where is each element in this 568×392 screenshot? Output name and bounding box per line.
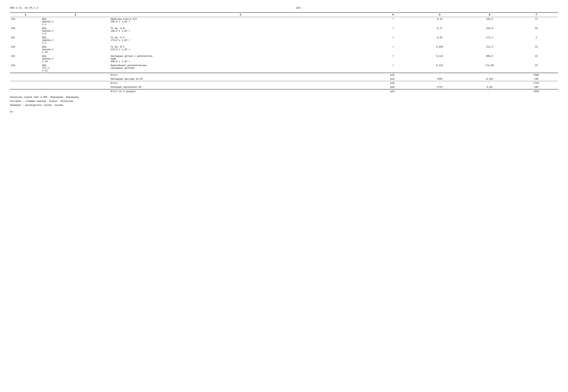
- row-source: ЦСЦ прилож.2 п.4: [41, 26, 110, 36]
- table-row: 241 ЦСЦ прилож.2 п.1 То же, А-I 170,0 x …: [10, 36, 558, 45]
- footer-label3: Проверил : руководитель группы: [10, 104, 52, 107]
- footer-sig1: Ворожцова: [51, 96, 63, 98]
- totals-row-1a: Итого руб. - - 1505: [10, 73, 558, 77]
- row-desc: Арматура класса АIУ 230,0 x 1,02 =: [110, 17, 371, 27]
- grand-total-row: Итого по X разделу руб. - - 1858: [10, 89, 558, 93]
- row-col6: 174,00: [465, 63, 514, 73]
- row-num: 242: [10, 45, 41, 54]
- row-desc: Оцинкование дополнительных закладных дет…: [110, 63, 371, 73]
- footer-label2: Составил : старший инженер: [10, 100, 46, 102]
- row-col7: 73: [514, 17, 558, 27]
- row-unit: т: [371, 26, 415, 36]
- footer-section: Начальник отдела смет и ПОС Ворожцова Во…: [10, 95, 558, 107]
- nk-label: нк: [10, 111, 558, 113]
- row-desc: То же, А-Ш 190,0 x 1,02 =: [110, 26, 371, 36]
- row-col5: 0,01: [415, 36, 465, 45]
- row-source: ЦСЦ прилож.2 п.10: [41, 45, 110, 54]
- row-num: 241: [10, 36, 41, 45]
- doc-number: 903-2-II. Ал.УП,ч.2: [10, 7, 38, 9]
- row-num: 239: [10, 17, 41, 27]
- total-label-2: Итого: [110, 81, 371, 85]
- row-source: ЦСЦ прилож.2 п.1: [41, 36, 110, 45]
- row-col6: 306,0: [465, 54, 514, 63]
- footer-name1: Ворожцова: [66, 96, 79, 98]
- row-num: 244: [10, 63, 41, 73]
- total-label-1b: Накладные расходы 16,5%: [110, 77, 371, 81]
- footer-sig2: Полрнс: [49, 100, 57, 102]
- footer-line2: Составил : старший инженер Полрнс Полянс…: [10, 99, 558, 103]
- grand-total-label: Итого по X разделу: [110, 89, 371, 93]
- total-unit-1b: руб.: [371, 77, 415, 81]
- table-header-row: 1 2 3 4 5 6 7: [10, 13, 558, 17]
- row-col7: 43: [514, 54, 558, 63]
- row-source: ЦСЦ тех.ч. п.22: [41, 63, 110, 73]
- table-row: 243 ЦСЦ прилож.2 п.16 Закладные детали с…: [10, 54, 558, 63]
- row-col7: 2: [514, 36, 558, 45]
- row-desc: Закладные детали с дополнитель- ными 300…: [110, 54, 371, 63]
- row-col7: 33: [514, 26, 558, 36]
- footer-line1: Начальник отдела смет и ПОС Ворожцова Во…: [10, 95, 558, 99]
- col5-header: 5: [415, 13, 465, 17]
- row-num: 243: [10, 54, 41, 63]
- col7-header: 7: [514, 13, 558, 17]
- row-col7: 13: [514, 45, 558, 54]
- row-col6: 173,4: [465, 36, 514, 45]
- row-col5: 0,31: [415, 17, 465, 27]
- row-desc: То же, В-I 210,0 x 1,02 =: [110, 45, 371, 54]
- total-label-1: Итого: [110, 73, 371, 77]
- footer-line3: Проверил : руководитель группы Сычева: [10, 103, 558, 107]
- row-num: 240: [10, 26, 41, 36]
- row-col7: 25: [514, 63, 558, 73]
- row-col5: 0,062: [415, 45, 465, 54]
- totals-row-2a: Итого руб. - - 1753: [10, 81, 558, 85]
- total-unit-2b: руб.: [371, 85, 415, 89]
- table-row: 244 ЦСЦ тех.ч. п.22 Оцинкование дополнит…: [10, 63, 558, 73]
- col3-header: 3: [110, 13, 371, 17]
- row-desc: То же, А-I 170,0 x 1,02 =: [110, 36, 371, 45]
- row-unit: т: [371, 63, 415, 73]
- row-col5: 0,17: [415, 26, 465, 36]
- col4-header: 4: [371, 13, 415, 17]
- total-unit-2: руб.: [371, 81, 415, 85]
- row-unit: т: [371, 45, 415, 54]
- row-col5: 0,141: [415, 63, 465, 73]
- row-col6: 193,8: [465, 26, 514, 36]
- footer-name2: Полянская: [61, 100, 73, 102]
- page-number: - 103 -: [293, 7, 303, 9]
- row-unit: т: [371, 36, 415, 45]
- total-unit-1: руб.: [371, 73, 415, 77]
- row-unit: т: [371, 17, 415, 27]
- col6-header: 6: [465, 13, 514, 17]
- row-unit: т: [371, 54, 415, 63]
- col1-header: 1: [10, 13, 41, 17]
- row-source: ЦСЦ прилож.2 п.4: [41, 17, 110, 27]
- row-col6: 214,2: [465, 45, 514, 54]
- table-row: 239 ЦСЦ прилож.2 п.4 Арматура класса АIУ…: [10, 17, 558, 27]
- row-source: ЦСЦ прилож.2 п.16: [41, 54, 110, 63]
- col2-header: 2: [41, 13, 110, 17]
- row-col5: 0,141: [415, 54, 465, 63]
- totals-row-1b: Накладные расходы 16,5% руб. 1505 0,165 …: [10, 77, 558, 81]
- totals-row-2b: Плановые накопления 6% руб. 1753 0,06 10…: [10, 85, 558, 89]
- total-label-2b: Плановые накопления 6%: [110, 85, 371, 89]
- footer-name3: Сычева: [55, 104, 63, 107]
- grand-total-unit: руб.: [371, 89, 415, 93]
- table-row: 242 ЦСЦ прилож.2 п.10 То же, В-I 210,0 x…: [10, 45, 558, 54]
- table-row: 240 ЦСЦ прилож.2 п.4 То же, А-Ш 190,0 x …: [10, 26, 558, 36]
- row-col6: 234,6: [465, 17, 514, 27]
- footer-label1: Начальник отдела смет и ПОС: [10, 96, 48, 98]
